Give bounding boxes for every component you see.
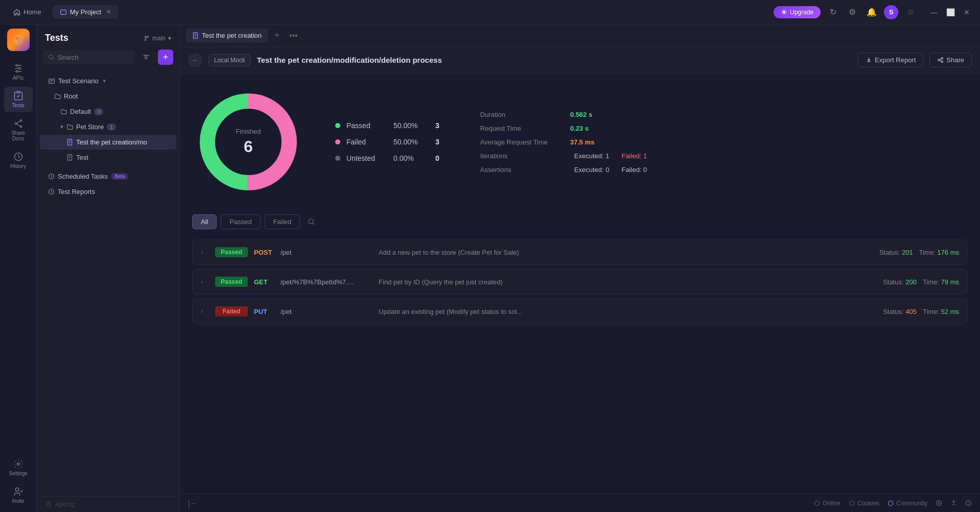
untested-dot (335, 156, 340, 161)
duration-value: 0.562 s (570, 111, 592, 118)
community-button[interactable]: Community (888, 500, 927, 507)
sidebar-tree: Test Scenario ▾ Root Default 0 ▾ (37, 71, 179, 496)
tree-item-pet-store[interactable]: ▾ Pet Store 1 (40, 119, 176, 134)
content-header: ← Local Mock Test the pet creation/modif… (180, 47, 980, 74)
svg-point-18 (49, 55, 53, 59)
svg-point-13 (17, 463, 19, 466)
upgrade-button[interactable]: Upgrade (774, 6, 821, 18)
tab-close-btn[interactable]: ✕ (106, 9, 111, 15)
metrics-panel: Duration 0.562 s Request Time 0.23 s (480, 111, 647, 174)
scroll-to-start-icon[interactable]: |← (188, 499, 197, 507)
pet-store-badge: 1 (107, 124, 116, 131)
row-chevron-icon: › (201, 249, 209, 256)
sidebar-item-invite[interactable]: Invite (4, 482, 33, 508)
svg-point-16 (145, 39, 146, 40)
test-row[interactable]: › Passed GET /pet/%7B%7BpetId%7.... Find… (192, 269, 968, 295)
svg-point-9 (20, 120, 21, 121)
tree-item-test-reports[interactable]: Test Reports (40, 184, 176, 199)
legend-untested: Untested 0.00% 0 (335, 154, 439, 162)
tests-label: Tests (12, 103, 24, 108)
close-button[interactable]: ✕ (960, 5, 974, 19)
metric-duration: Duration 0.562 s (480, 111, 647, 118)
notification-icon[interactable]: 🔔 (865, 5, 879, 19)
sidebar-item-settings[interactable]: Settings (4, 455, 33, 480)
svg-point-34 (815, 501, 820, 505)
tree-item-default[interactable]: Default 0 (40, 104, 176, 119)
request-time-value: 0.23 s (570, 125, 589, 132)
untested-label: Untested (346, 154, 387, 162)
svg-point-10 (15, 123, 16, 124)
sidebar-header: Tests main ▾ (37, 25, 179, 50)
settings-label: Settings (9, 471, 27, 476)
branch-selector[interactable]: main ▾ (144, 35, 171, 42)
tab-add-button[interactable]: + (270, 29, 284, 43)
test-path: /pet (281, 308, 372, 315)
svg-point-3 (18, 37, 21, 40)
filter-all-button[interactable]: All (192, 214, 217, 229)
test-desc: Find pet by ID (Query the pet just creat… (379, 278, 877, 286)
sidebar-item-apis[interactable]: APIs (4, 59, 33, 85)
svg-point-29 (941, 61, 943, 62)
request-time-label: Request Time (480, 125, 562, 132)
tree-item-scheduled-tasks[interactable]: Scheduled Tasks Beta (40, 169, 176, 184)
tree-item-test[interactable]: Test (40, 150, 176, 165)
test-row[interactable]: › Passed POST /pet Add a new pet to the … (192, 239, 968, 265)
back-button[interactable]: ← (188, 53, 202, 67)
bottom-upload-icon[interactable] (950, 500, 957, 506)
filter-search-icon[interactable] (304, 215, 318, 229)
failed-dot (335, 139, 340, 144)
duration-label: Duration (480, 111, 562, 118)
share-button[interactable]: Share (929, 53, 972, 67)
test-row[interactable]: › Failed PUT /pet Update an existing pet… (192, 299, 968, 324)
bookmark-icon[interactable]: ☆ (903, 5, 918, 19)
settings-icon[interactable]: ⚙ (845, 5, 859, 19)
tab-home[interactable]: Home (6, 5, 49, 19)
sidebar-item-share-docs[interactable]: Share Docs (4, 114, 33, 145)
svg-rect-8 (17, 91, 19, 93)
content-body: Finished 6 Passed 50.00% 3 Failed (180, 74, 980, 494)
iterations-executed: Executed: 1 (574, 152, 610, 160)
test-rows-container: › Passed POST /pet Add a new pet to the … (192, 239, 968, 324)
cookies-button[interactable]: Cookies (849, 500, 879, 507)
bottom-help-icon[interactable] (965, 500, 972, 506)
search-wrap[interactable] (43, 51, 134, 64)
window-controls: — ⬜ ✕ (927, 5, 974, 19)
avatar[interactable]: S (884, 5, 898, 19)
sidebar-item-history[interactable]: History (4, 148, 33, 173)
passed-label: Passed (346, 121, 387, 130)
history-label: History (10, 163, 26, 169)
test-status: Status: 405 (883, 308, 917, 315)
title-bar: Home My Project ✕ Upgrade ↻ ⚙ 🔔 S ☆ — ⬜ … (0, 0, 980, 25)
bottom-plus-icon[interactable] (936, 500, 942, 506)
filter-passed-button[interactable]: Passed (221, 214, 260, 229)
svg-rect-0 (60, 10, 66, 14)
sidebar-item-tests[interactable]: Tests (4, 87, 33, 112)
search-input[interactable] (57, 54, 129, 61)
page-title: Test the pet creation/modification/delet… (257, 56, 852, 64)
tab-my-project[interactable]: My Project ✕ (53, 5, 118, 19)
minimize-button[interactable]: — (927, 5, 941, 19)
tree-item-test-scenario[interactable]: Test Scenario ▾ (40, 74, 176, 88)
tab-more-button[interactable]: ••• (286, 29, 301, 42)
metric-avg-request: Average Request Time 37.5 ms (480, 138, 647, 146)
content-tab-test-creation[interactable]: Test the pet creation (186, 29, 268, 42)
method-badge: GET (254, 278, 274, 286)
export-report-button[interactable]: Export Report (858, 53, 923, 67)
filter-icon-btn[interactable] (138, 50, 154, 65)
maximize-button[interactable]: ⬜ (943, 5, 958, 19)
content-tabs: Test the pet creation + ••• (180, 25, 980, 47)
test-path: /pet (281, 249, 372, 256)
svg-point-4 (17, 40, 19, 43)
filter-failed-button[interactable]: Failed (265, 214, 300, 229)
add-button[interactable]: + (158, 50, 173, 65)
failed-count: 3 (435, 138, 439, 146)
online-status[interactable]: Online (814, 500, 841, 507)
sidebar: Tests main ▾ + (37, 25, 180, 512)
tree-item-test-creation[interactable]: Test the pet creation/mo (40, 135, 176, 150)
refresh-icon[interactable]: ↻ (826, 5, 840, 19)
sidebar-footer: Apidog (37, 496, 179, 512)
row-chevron-icon: › (201, 308, 209, 315)
failed-label: Failed (346, 138, 387, 146)
tree-item-root[interactable]: Root (40, 89, 176, 104)
test-time: Time: 79 ms (923, 278, 959, 286)
